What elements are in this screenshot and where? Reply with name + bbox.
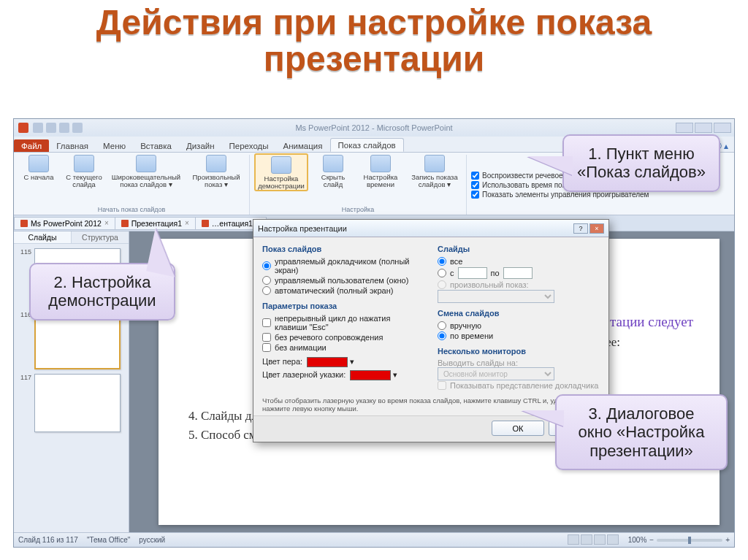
zoom-label: 100% (628, 536, 647, 544)
play-current-icon (74, 155, 94, 172)
from-spinner[interactable] (458, 267, 487, 279)
mdi-tab-3-label: …ентация1 (212, 219, 253, 228)
rehearse-button[interactable]: Настройка времени (358, 155, 403, 191)
callout-3: 3. Диалоговое окно «Настройка презентаци… (555, 394, 728, 470)
broadcast-label: Широковещательный показ слайдов ▾ (109, 174, 183, 188)
group-start-label: Начать показ слайдов (18, 206, 245, 215)
chk-loop-label: непрерывный цикл до нажатия клавиши "Esc… (275, 314, 424, 331)
radio-manual[interactable]: вручную (438, 321, 600, 331)
radio-user[interactable]: управляемый пользователем (окно) (262, 275, 424, 285)
setup-icon (271, 156, 291, 174)
group-settings-label: Настройка (254, 206, 462, 215)
ppt-file-icon (121, 220, 129, 227)
dialog-help-button[interactable]: ? (573, 223, 588, 234)
tab-home[interactable]: Главная (49, 139, 96, 152)
radio-range[interactable]: с по (438, 266, 600, 280)
record-button[interactable]: Запись показа слайдов ▾ (408, 155, 462, 191)
tab-animation[interactable]: Анимация (276, 139, 330, 152)
broadcast-icon (136, 155, 156, 172)
to-label: по (491, 269, 500, 277)
dialog-title: Настройка презентации (258, 224, 347, 233)
status-lang[interactable]: русский (139, 536, 165, 544)
from-current-button[interactable]: С текущего слайда (64, 155, 104, 188)
view-buttons[interactable] (567, 534, 619, 546)
tab-slideshow[interactable]: Показ слайдов (330, 138, 404, 152)
radio-all[interactable]: все (438, 256, 600, 266)
mdi-tab-1[interactable]: Ms PowerPoint 2012× (14, 217, 115, 230)
radio-all-label: все (450, 257, 462, 266)
custom-combo (438, 290, 554, 303)
callout-1: 1. Пункт меню «Показ слайдов» (562, 134, 720, 192)
pen-color-label: Цвет пера: (262, 357, 302, 366)
radio-custom-label: произвольный показ: (450, 280, 529, 289)
hide-slide-icon (323, 155, 343, 172)
mdi-close-icon[interactable]: × (185, 219, 189, 227)
radio-user-label: управляемый пользователем (окно) (275, 276, 408, 285)
status-theme: "Тема Office" (87, 536, 130, 544)
hide-slide-label: Скрыть слайд (313, 174, 354, 188)
sect-slides: Слайды (438, 243, 600, 256)
minimize-button[interactable] (676, 123, 693, 133)
tab-menu[interactable]: Меню (96, 139, 133, 152)
thumb-image (34, 374, 121, 432)
radio-speaker-label: управляемый докладчиком (полный экран) (275, 257, 424, 275)
tab-file[interactable]: Файл (14, 139, 49, 152)
radio-auto-label: автоматический (полный экран) (275, 286, 393, 295)
monitor-label: Выводить слайды на: (438, 358, 600, 367)
callout-2-text: 2. Настройка демонстрации (48, 273, 156, 310)
tab-insert[interactable]: Вставка (133, 139, 179, 152)
setup-label: Настройка демонстрации (257, 175, 305, 190)
status-slide-pos: Слайд 116 из 117 (18, 536, 78, 544)
page-title: Действия при настройке показа презентаци… (0, 0, 748, 81)
monitor-combo: Основной монитор (438, 367, 554, 380)
tab-transitions[interactable]: Переходы (222, 139, 276, 152)
chk-noanim[interactable]: без анимации (262, 342, 424, 353)
radio-auto[interactable]: автоматический (полный экран) (262, 285, 424, 296)
qat-undo-icon[interactable] (46, 123, 56, 133)
record-icon (424, 155, 445, 172)
radio-timing-label: по времени (450, 331, 493, 340)
qat-more-icon[interactable] (72, 123, 83, 133)
custom-show-label: Произвольный показ ▾ (188, 174, 245, 188)
thumb-number: 115 (20, 248, 31, 256)
lp-tab-slides[interactable]: Слайды (14, 231, 72, 243)
zoom-control[interactable]: 100% −+ (628, 536, 730, 544)
chk-noanim-label: без анимации (275, 343, 327, 352)
callout-2: 2. Настройка демонстрации (29, 263, 175, 321)
from-label: с (450, 269, 454, 277)
laser-color-swatch[interactable] (350, 370, 391, 380)
mdi-tab-1-label: Ms PowerPoint 2012 (31, 219, 102, 228)
broadcast-button[interactable]: Широковещательный показ слайдов ▾ (109, 155, 183, 188)
radio-timing[interactable]: по времени (438, 331, 600, 341)
radio-custom[interactable]: произвольный показ: (438, 280, 600, 290)
clock-icon (370, 155, 391, 172)
sect-options: Параметры показа (262, 300, 424, 313)
mdi-tab-2-label: Презентация1 (131, 219, 182, 228)
maximize-button[interactable] (695, 123, 712, 133)
pen-color-swatch[interactable] (307, 357, 348, 367)
laser-color-label: Цвет лазерной указки: (262, 370, 346, 379)
qat-redo-icon[interactable] (59, 123, 69, 133)
tab-design[interactable]: Дизайн (179, 139, 222, 152)
chk-nonarr[interactable]: без речевого сопровождения (262, 332, 424, 342)
chk-presenter: Показывать представление докладчика (438, 380, 600, 391)
thumb-number: 117 (20, 374, 31, 381)
qat-save-icon[interactable] (33, 123, 43, 133)
radio-manual-label: вручную (450, 321, 481, 330)
ppt-file-icon (202, 220, 209, 227)
dialog-close-button[interactable]: × (589, 223, 604, 234)
chk-loop[interactable]: непрерывный цикл до нажатия клавиши "Esc… (262, 313, 424, 332)
lp-tab-outline[interactable]: Структура (72, 231, 129, 243)
hide-slide-button[interactable]: Скрыть слайд (313, 155, 354, 191)
setup-slideshow-button[interactable]: Настройка демонстрации (254, 153, 308, 191)
sect-show-type: Показ слайдов (262, 243, 424, 256)
to-spinner[interactable] (503, 267, 533, 279)
custom-show-button[interactable]: Произвольный показ ▾ (188, 155, 245, 188)
from-beginning-button[interactable]: С начала (18, 155, 59, 188)
quick-access-toolbar[interactable] (33, 123, 83, 133)
thumb-117[interactable]: 117 (20, 374, 123, 432)
close-button[interactable] (714, 123, 731, 133)
radio-speaker[interactable]: управляемый докладчиком (полный экран) (262, 256, 424, 275)
slide-fragment: тации следует (610, 314, 693, 329)
mdi-close-icon[interactable]: × (104, 219, 109, 227)
